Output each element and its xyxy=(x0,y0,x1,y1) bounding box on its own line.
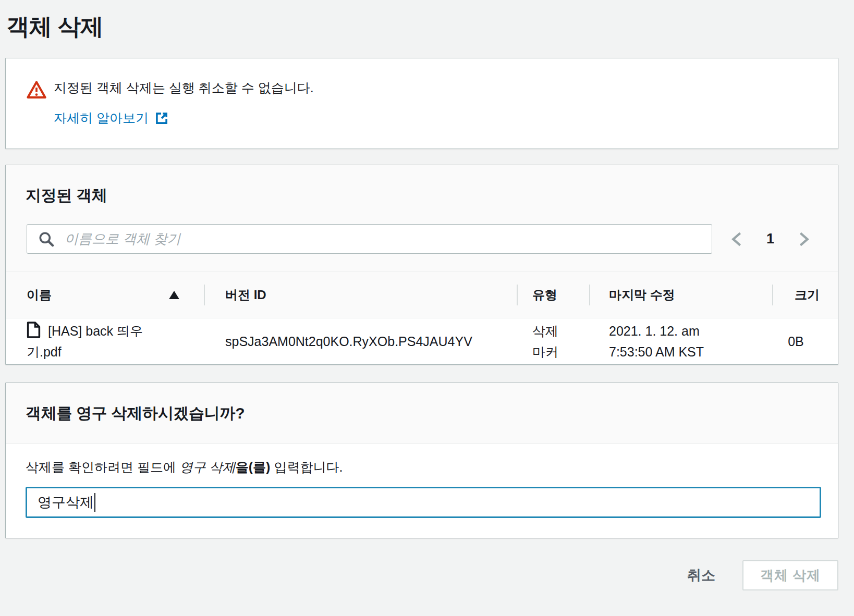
object-name: [HAS] back 띄우기.pdf xyxy=(27,324,143,359)
delete-objects-button[interactable]: 객체 삭제 xyxy=(742,560,838,590)
object-search-field[interactable] xyxy=(27,224,712,254)
confirm-delete-input[interactable]: 영구삭제 xyxy=(26,487,821,518)
external-link-icon xyxy=(155,112,168,125)
confirm-panel-title: 객체를 영구 삭제하시겠습니까? xyxy=(26,403,245,424)
footer-actions: 취소 객체 삭제 xyxy=(5,560,838,590)
delete-objects-page: 객체 삭제 지정된 객체 삭제는 실행 취소할 수 없습니다. 자세히 알아보기… xyxy=(0,11,854,590)
column-header-version-id: 버전 ID xyxy=(204,272,517,318)
confirm-instruction: 삭제를 확인하려면 필드에 영구 삭제을(를) 입력합니다. xyxy=(26,459,819,476)
learn-more-label: 자세히 알아보기 xyxy=(54,109,149,127)
chevron-right-icon xyxy=(797,231,811,247)
cancel-button[interactable]: 취소 xyxy=(687,561,715,590)
warning-message: 지정된 객체 삭제는 실행 취소할 수 없습니다. xyxy=(54,79,314,96)
sort-ascending-icon xyxy=(168,290,180,300)
object-type-cell: 삭제 마커 xyxy=(517,318,589,364)
object-name-cell: [HAS] back 띄우기.pdf xyxy=(6,318,204,364)
confirm-input-value: 영구삭제 xyxy=(38,493,94,512)
pagination: 1 xyxy=(728,229,813,249)
column-header-last-modified: 마지막 수정 xyxy=(589,272,772,318)
previous-page-button[interactable] xyxy=(728,229,746,249)
objects-panel-title: 지정된 객체 xyxy=(26,185,819,206)
chevron-left-icon xyxy=(730,231,743,247)
search-input[interactable] xyxy=(65,231,702,247)
confirm-phrase: 영구 삭제 xyxy=(180,460,236,474)
text-caret xyxy=(94,493,95,512)
column-header-type: 유형 xyxy=(517,272,589,318)
column-header-name[interactable]: 이름 xyxy=(6,272,204,318)
column-header-size: 크기 xyxy=(772,272,839,318)
object-version-id-cell: spSJa3AM0Nt2q0KO.RyXOb.PS4JAU4YV xyxy=(204,318,517,364)
confirm-panel: 객체를 영구 삭제하시겠습니까? 삭제를 확인하려면 필드에 영구 삭제을(를)… xyxy=(5,383,838,538)
table-row: [HAS] back 띄우기.pdf spSJa3AM0Nt2q0KO.RyXO… xyxy=(6,318,838,364)
object-size-cell: 0B xyxy=(772,318,839,364)
page-title: 객체 삭제 xyxy=(6,11,838,42)
page-number[interactable]: 1 xyxy=(766,231,774,247)
search-icon xyxy=(39,231,54,247)
warning-triangle-icon xyxy=(27,80,46,99)
specified-objects-panel: 지정된 객체 1 xyxy=(5,165,838,365)
warning-panel: 지정된 객체 삭제는 실행 취소할 수 없습니다. 자세히 알아보기 xyxy=(5,58,838,149)
object-last-modified-cell: 2021. 1. 12. am 7:53:50 AM KST xyxy=(589,318,772,364)
learn-more-link[interactable]: 자세히 알아보기 xyxy=(54,109,168,127)
table-header-row: 이름 버전 ID 유형 마지막 수정 크기 xyxy=(6,272,838,318)
document-icon xyxy=(27,322,41,338)
next-page-button[interactable] xyxy=(795,229,813,249)
